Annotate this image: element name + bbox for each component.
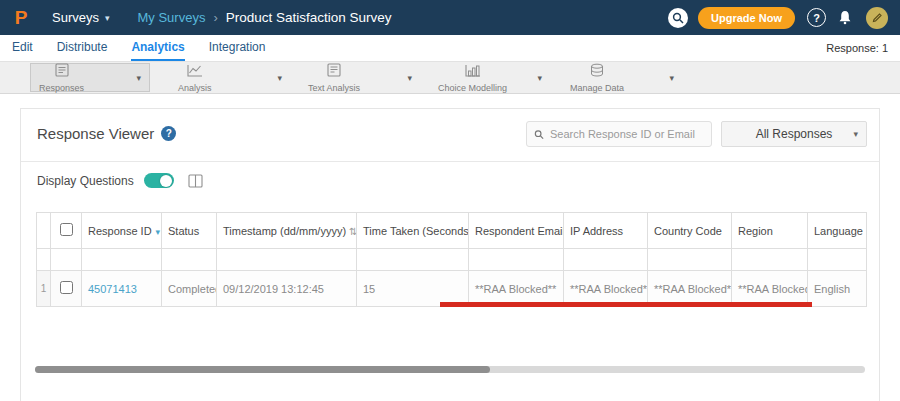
chevron-down-icon[interactable]: ▾ <box>136 73 141 83</box>
breadcrumb-separator: › <box>213 10 217 25</box>
filter-cell <box>82 249 162 271</box>
sort-desc-icon: ▾ <box>156 227 161 237</box>
breadcrumb-current-survey: Product Satisfaction Survey <box>226 10 392 25</box>
responses-icon <box>53 63 71 82</box>
help-button[interactable]: ? <box>807 8 826 27</box>
col-country-code[interactable]: Country Code <box>648 213 732 249</box>
search-icon[interactable] <box>668 8 688 28</box>
select-all-checkbox[interactable] <box>60 223 73 236</box>
col-response-id[interactable]: Response ID▾ <box>82 213 162 249</box>
table-header-row: Response ID▾ Status Timestamp (dd/mm/yyy… <box>37 213 867 249</box>
responses-filter-dropdown[interactable]: All Responses ▾ <box>721 121 867 147</box>
title-help-icon[interactable]: ? <box>161 126 176 141</box>
cell-language: English <box>808 271 867 307</box>
choice-modelling-icon <box>464 63 482 82</box>
toolbar-item-manage-data[interactable]: Manage Data ▾ <box>562 63 682 92</box>
display-questions-label: Display Questions <box>37 174 134 188</box>
chevron-down-icon: ▾ <box>105 13 110 23</box>
filter-cell <box>469 249 564 271</box>
chevron-down-icon[interactable]: ▾ <box>537 73 542 83</box>
toolbar-item-responses[interactable]: Responses ▾ <box>30 63 150 92</box>
page-title: Response Viewer <box>37 125 154 142</box>
toolbar-label: Analysis <box>178 83 212 93</box>
surveys-menu[interactable]: Surveys ▾ <box>46 6 116 29</box>
row-index: 1 <box>37 271 51 307</box>
upgrade-now-button[interactable]: Upgrade Now <box>698 7 795 29</box>
filter-cell <box>732 249 808 271</box>
col-language[interactable]: Language <box>808 213 867 249</box>
filter-cell <box>808 249 867 271</box>
user-avatar[interactable] <box>866 7 888 29</box>
row-select-cell <box>51 271 82 307</box>
response-count: Response: 1 <box>826 42 888 54</box>
manage-data-icon <box>588 63 606 82</box>
tab-integration[interactable]: Integration <box>209 35 266 61</box>
divider <box>21 161 879 162</box>
col-timestamp[interactable]: Timestamp (dd/mm/yyyy)⇅ <box>217 213 357 249</box>
toolbar-label: Manage Data <box>570 83 624 93</box>
chevron-down-icon[interactable]: ▾ <box>669 73 674 83</box>
col-respondent-email[interactable]: Respondent Email <box>469 213 564 249</box>
response-viewer-card: Response Viewer ? All Responses ▾ Displa… <box>20 108 880 401</box>
responses-filter-value: All Responses <box>756 127 833 141</box>
filter-cell <box>162 249 217 271</box>
toolbar-label: Responses <box>39 83 84 93</box>
toolbar-item-choice-modelling[interactable]: Choice Modelling ▾ <box>430 63 550 92</box>
text-analysis-icon <box>325 63 343 82</box>
survey-nav-bar: Edit Distribute Analytics Integration Re… <box>0 35 900 61</box>
response-search-box[interactable] <box>526 121 712 147</box>
questionpro-logo[interactable]: P <box>10 7 32 29</box>
notifications-bell-icon[interactable] <box>838 10 852 25</box>
scrollbar-thumb[interactable] <box>35 366 490 373</box>
chevron-down-icon[interactable]: ▾ <box>277 73 282 83</box>
filter-cell <box>51 249 82 271</box>
breadcrumb-my-surveys[interactable]: My Surveys <box>138 10 206 25</box>
filter-cell <box>357 249 469 271</box>
chevron-down-icon[interactable]: ▾ <box>407 73 412 83</box>
filter-cell <box>564 249 648 271</box>
analysis-icon <box>186 63 204 82</box>
tab-distribute[interactable]: Distribute <box>57 35 108 61</box>
search-response-input[interactable] <box>550 128 704 140</box>
col-status[interactable]: Status <box>162 213 217 249</box>
filter-cell <box>217 249 357 271</box>
tab-edit[interactable]: Edit <box>12 35 33 61</box>
cell-response-id[interactable]: 45071413 <box>82 271 162 307</box>
toolbar-label: Choice Modelling <box>438 83 507 93</box>
col-time-taken[interactable]: Time Taken (Seconds)⇅ <box>357 213 469 249</box>
toolbar-item-analysis[interactable]: Analysis ▾ <box>170 63 290 92</box>
tab-analytics[interactable]: Analytics <box>131 35 184 61</box>
breadcrumb: My Surveys › Product Satisfaction Survey <box>138 10 392 25</box>
table-filter-row <box>37 249 867 271</box>
col-region[interactable]: Region <box>732 213 808 249</box>
chevron-down-icon: ▾ <box>853 129 858 139</box>
search-icon <box>534 129 544 140</box>
surveys-menu-label: Surveys <box>52 10 99 25</box>
index-column-header <box>37 213 51 249</box>
row-checkbox[interactable] <box>60 281 73 294</box>
col-ip-address[interactable]: IP Address <box>564 213 648 249</box>
select-all-header <box>51 213 82 249</box>
cell-status: Completed <box>162 271 217 307</box>
filter-cell <box>648 249 732 271</box>
horizontal-scrollbar[interactable] <box>35 366 865 373</box>
filter-cell <box>37 249 51 271</box>
analytics-toolbar: Responses ▾ Analysis ▾ <box>0 61 900 94</box>
toolbar-label: Text Analysis <box>308 83 360 93</box>
cell-timestamp: 09/12/2019 13:12:45 <box>217 271 357 307</box>
columns-icon[interactable] <box>188 174 203 188</box>
sort-icon: ⇅ <box>349 226 356 237</box>
highlight-underline-annotation <box>440 302 812 307</box>
display-questions-toggle[interactable] <box>144 173 174 188</box>
top-bar: P Surveys ▾ My Surveys › Product Satisfa… <box>0 0 900 35</box>
responses-table: Response ID▾ Status Timestamp (dd/mm/yyy… <box>36 212 867 307</box>
toolbar-item-text-analysis[interactable]: Text Analysis ▾ <box>300 63 420 92</box>
